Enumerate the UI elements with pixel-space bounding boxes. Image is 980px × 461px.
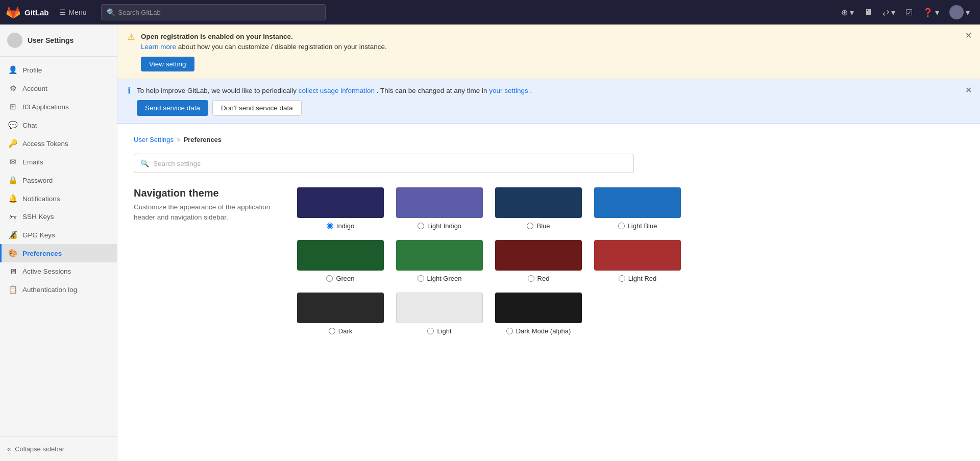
theme-item-light[interactable]: Light (396, 293, 483, 335)
theme-swatch-dark (297, 293, 384, 323)
sidebar-item-profile[interactable]: 👤 Profile (0, 61, 117, 79)
main-content: ⚠ Open registration is enabled on your i… (117, 25, 980, 461)
theme-label-green: Green (336, 275, 354, 282)
chevron-down-icon: ▾ (850, 8, 854, 17)
theme-swatch-light-indigo (396, 187, 483, 218)
merge-request-button[interactable]: ⇄ ▾ (878, 5, 899, 20)
theme-radio-dark-mode[interactable] (506, 328, 513, 334)
todos-button[interactable]: ☑ (901, 5, 917, 20)
sidebar-item-emails[interactable]: ✉ Emails (0, 153, 117, 171)
warning-banner-close[interactable]: ✕ (965, 31, 972, 40)
sidebar-item-ssh-keys[interactable]: 🗝 SSH Keys (0, 208, 117, 226)
menu-button[interactable]: ☰ Menu (55, 5, 91, 19)
sidebar-item-account[interactable]: ⚙ Account (0, 79, 117, 98)
gitlab-logo[interactable]: GitLab (6, 5, 49, 19)
theme-item-green[interactable]: Green (297, 240, 384, 282)
theme-radio-indigo[interactable] (327, 223, 333, 229)
plus-icon: ⊕ (841, 8, 848, 17)
sidebar-item-notifications[interactable]: 🔔 Notifications (0, 189, 117, 208)
theme-radio-light-indigo[interactable] (418, 223, 424, 229)
learn-more-link[interactable]: Learn more (141, 43, 176, 51)
collapse-sidebar-button[interactable]: « Collapse sidebar (7, 443, 64, 455)
theme-radio-dark-mode-row: Dark Mode (alpha) (506, 327, 571, 335)
gitlab-wordmark: GitLab (24, 8, 49, 17)
sidebar-item-password[interactable]: 🔒 Password (0, 171, 117, 189)
theme-radio-green-row: Green (326, 275, 354, 282)
theme-radio-light-green[interactable] (418, 275, 424, 282)
theme-label-blue: Blue (536, 222, 550, 230)
theme-radio-light[interactable] (427, 328, 434, 334)
user-avatar-button[interactable]: ▾ (945, 2, 974, 22)
send-service-data-button[interactable]: Send service data (137, 100, 208, 116)
new-item-button[interactable]: ⊕ ▾ (837, 5, 858, 20)
hamburger-icon: ☰ (59, 8, 66, 16)
settings-search-input[interactable] (153, 160, 627, 167)
sidebar-label-access-tokens: Access Tokens (22, 140, 68, 148)
sidebar-item-chat[interactable]: 💬 Chat (0, 116, 117, 134)
menu-label: Menu (69, 8, 87, 16)
theme-item-blue[interactable]: Blue (495, 187, 582, 230)
chevron-down-icon4: ▾ (966, 8, 970, 17)
theme-item-indigo[interactable]: Indigo (297, 187, 384, 230)
sidebar-header: User Settings (0, 25, 117, 57)
theme-label-light-blue: Light Blue (628, 222, 657, 230)
info-banner-actions: Send service data Don't send service dat… (137, 100, 532, 116)
sidebar-item-active-sessions[interactable]: 🖥 Active Sessions (0, 262, 117, 280)
notifications-icon: 🔔 (8, 194, 17, 203)
theme-radio-light-blue-row: Light Blue (618, 222, 657, 230)
sidebar-label-gpg-keys: GPG Keys (22, 231, 55, 239)
theme-radio-blue-row: Blue (527, 222, 550, 230)
top-navigation: GitLab ☰ Menu 🔍 ⊕ ▾ 🖥 ⇄ ▾ ☑ ❓ ▾ ▾ (0, 0, 980, 25)
theme-radio-indigo-row: Indigo (327, 222, 354, 230)
user-avatar-sidebar (7, 33, 22, 48)
dont-send-service-data-button[interactable]: Don't send service data (212, 100, 302, 116)
sidebar-label-active-sessions: Active Sessions (22, 268, 71, 275)
warning-after-link: about how you can customize / disable re… (178, 43, 387, 51)
theme-item-light-red[interactable]: Light Red (594, 240, 681, 282)
breadcrumb-parent-link[interactable]: User Settings (134, 136, 174, 143)
collapse-label: Collapse sidebar (15, 445, 64, 453)
warning-banner-body: Open registration is enabled on your ins… (141, 32, 387, 71)
sidebar-item-gpg-keys[interactable]: 🔏 GPG Keys (0, 226, 117, 244)
theme-radio-dark[interactable] (329, 328, 335, 334)
theme-radio-light-indigo-row: Light Indigo (418, 222, 461, 230)
sidebar-label-chat: Chat (22, 122, 37, 129)
theme-item-dark[interactable]: Dark (297, 293, 384, 335)
topnav-actions: ⊕ ▾ 🖥 ⇄ ▾ ☑ ❓ ▾ ▾ (837, 2, 974, 22)
theme-item-red[interactable]: Red (495, 240, 582, 282)
theme-swatch-light-blue (594, 187, 681, 218)
theme-radio-light-blue[interactable] (618, 223, 625, 229)
your-settings-link[interactable]: your settings (489, 87, 528, 94)
theme-item-light-blue[interactable]: Light Blue (594, 187, 681, 230)
nav-theme-section: Navigation theme Customize the appearanc… (134, 187, 964, 335)
theme-radio-light-red[interactable] (619, 275, 625, 282)
sidebar-item-authentication-log[interactable]: 📋 Authentication log (0, 280, 117, 299)
page-inner-content: User Settings > Preferences 🔍 Navigation… (117, 124, 980, 347)
sidebar-item-applications[interactable]: ⊞ 83 Applications (0, 98, 117, 116)
view-setting-button[interactable]: View setting (141, 57, 194, 71)
settings-search-bar: 🔍 (134, 154, 634, 173)
sidebar-item-access-tokens[interactable]: 🔑 Access Tokens (0, 134, 117, 153)
info-banner-close[interactable]: ✕ (965, 85, 972, 95)
sidebar-item-preferences[interactable]: 🎨 Preferences (0, 244, 117, 262)
password-icon: 🔒 (8, 176, 17, 185)
theme-item-light-green[interactable]: Light Green (396, 240, 483, 282)
theme-radio-blue[interactable] (527, 223, 533, 229)
search-input[interactable] (118, 9, 320, 16)
sidebar-label-profile: Profile (22, 66, 42, 74)
theme-item-dark-mode[interactable]: Dark Mode (alpha) (495, 293, 582, 335)
theme-radio-green[interactable] (326, 275, 333, 282)
theme-label-light-green: Light Green (427, 275, 462, 282)
theme-swatch-blue (495, 187, 582, 218)
theme-item-light-indigo[interactable]: Light Indigo (396, 187, 483, 230)
collect-usage-link[interactable]: collect usage information (299, 87, 375, 94)
sidebar-label-applications: 83 Applications (22, 103, 69, 111)
search-icon: 🔍 (107, 8, 115, 16)
warning-icon: ⚠ (128, 32, 135, 42)
info-banner: ℹ To help improve GitLab, we would like … (117, 79, 980, 124)
code-review-button[interactable]: 🖥 (860, 5, 876, 20)
sidebar-title: User Settings (28, 36, 74, 44)
theme-radio-dark-row: Dark (329, 327, 352, 335)
theme-radio-red[interactable] (528, 275, 534, 282)
help-button[interactable]: ❓ ▾ (919, 5, 943, 20)
